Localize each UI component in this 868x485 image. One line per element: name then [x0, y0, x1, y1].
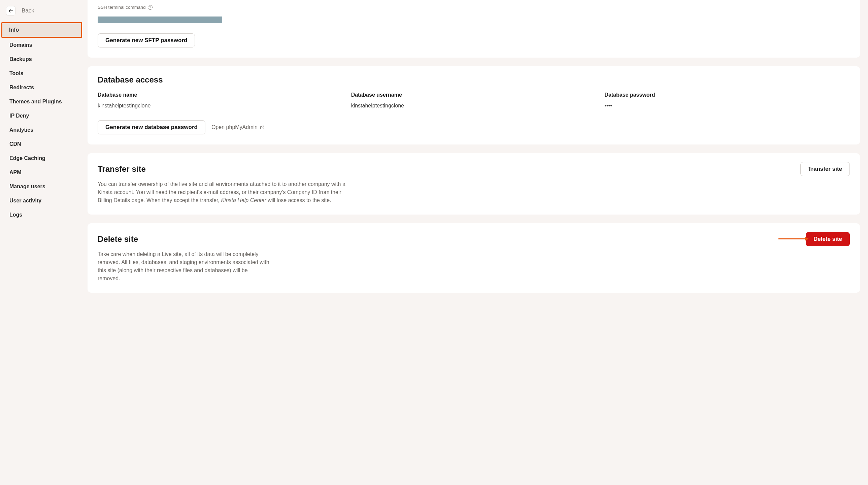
database-access-card: Database access Database name kinstahelp… — [88, 66, 860, 145]
sidebar-item-redirects[interactable]: Redirects — [3, 81, 81, 94]
external-link-icon — [260, 125, 264, 130]
db-username-value: kinstahelptestingclone — [351, 103, 597, 109]
sidebar-item-cdn[interactable]: CDN — [3, 138, 81, 151]
generate-sftp-password-button[interactable]: Generate new SFTP password — [98, 33, 195, 48]
sidebar-item-tools[interactable]: Tools — [3, 67, 81, 80]
annotation-arrow-icon — [778, 236, 809, 242]
sidebar-item-ip-deny[interactable]: IP Deny — [3, 109, 81, 123]
ssh-command-redacted — [98, 17, 222, 23]
back-button[interactable] — [6, 6, 16, 16]
db-username-label: Database username — [351, 92, 597, 98]
delete-site-button[interactable]: Delete site — [806, 232, 850, 246]
db-password-label: Database password — [604, 92, 850, 98]
help-icon[interactable]: ? — [148, 5, 153, 10]
nav-highlight: Info — [1, 22, 82, 38]
ssh-label: SSH terminal command — [98, 5, 146, 10]
sidebar-item-analytics[interactable]: Analytics — [3, 123, 81, 137]
transfer-site-heading: Transfer site — [98, 164, 146, 174]
transfer-site-button[interactable]: Transfer site — [800, 162, 850, 176]
transfer-site-description: You can transfer ownership of the live s… — [98, 180, 353, 205]
sidebar-item-themes-plugins[interactable]: Themes and Plugins — [3, 95, 81, 109]
main-content: SSH terminal command ? Generate new SFTP… — [84, 0, 868, 485]
sidebar-item-info[interactable]: Info — [2, 23, 81, 37]
database-access-heading: Database access — [98, 75, 850, 85]
db-name-value: kinstahelptestingclone — [98, 103, 343, 109]
delete-site-card: Delete site Delete site Take care when d… — [88, 223, 860, 293]
sidebar-item-logs[interactable]: Logs — [3, 208, 81, 222]
generate-db-password-button[interactable]: Generate new database password — [98, 120, 206, 134]
svg-line-1 — [261, 126, 264, 128]
db-password-value: •••• — [604, 103, 850, 109]
delete-site-description: Take care when deleting a Live site, all… — [98, 250, 269, 282]
db-name-label: Database name — [98, 92, 343, 98]
transfer-site-card: Transfer site Transfer site You can tran… — [88, 153, 860, 215]
sidebar-item-backups[interactable]: Backups — [3, 53, 81, 66]
sidebar-item-apm[interactable]: APM — [3, 166, 81, 179]
sidebar: Back Info Domains Backups Tools Redirect… — [0, 0, 84, 485]
sidebar-item-edge-caching[interactable]: Edge Caching — [3, 152, 81, 165]
sidebar-item-manage-users[interactable]: Manage users — [3, 180, 81, 193]
arrow-left-icon — [8, 8, 13, 13]
open-phpmyadmin-label: Open phpMyAdmin — [212, 124, 257, 130]
back-label: Back — [22, 7, 34, 14]
sidebar-item-domains[interactable]: Domains — [3, 38, 81, 52]
open-phpmyadmin-link[interactable]: Open phpMyAdmin — [212, 124, 264, 130]
sidebar-item-user-activity[interactable]: User activity — [3, 194, 81, 208]
ssh-card: SSH terminal command ? Generate new SFTP… — [88, 0, 860, 58]
delete-site-heading: Delete site — [98, 235, 138, 244]
svg-marker-3 — [805, 237, 809, 241]
